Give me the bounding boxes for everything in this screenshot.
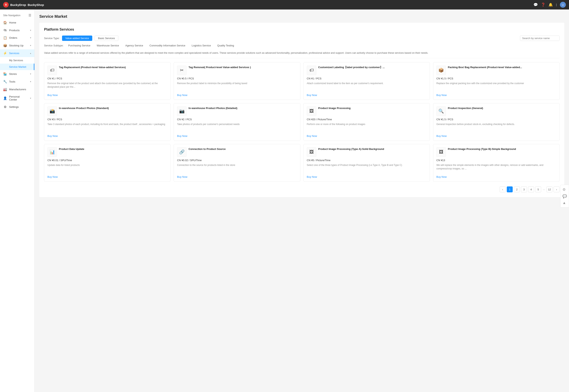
- service-card-tag-removal[interactable]: ✂ Tag Removal( Product-level Value-added…: [174, 62, 300, 100]
- pagination-ellipsis: ···: [542, 188, 545, 191]
- service-card-custom-labeling[interactable]: 🏷 Customized Labeling【label provided by …: [303, 62, 430, 100]
- pagination-page-12[interactable]: 12: [546, 186, 552, 192]
- subtype-logistics[interactable]: Logistics Service: [189, 43, 213, 48]
- subtype-agency[interactable]: Agency Service: [123, 43, 145, 48]
- card-description: Update data for listed products: [47, 163, 167, 173]
- search-input[interactable]: [520, 36, 557, 41]
- subtype-commodity[interactable]: Commodity Information Service: [147, 43, 188, 48]
- sidebar-item-personal-center[interactable]: 👤 Personal Center ▾: [0, 93, 34, 103]
- buy-now-button[interactable]: Buy Now: [47, 135, 58, 138]
- card-price: CN ¥0.01 / SPU/Time: [47, 159, 167, 162]
- site-navigation-label: Site Navigation: [3, 14, 20, 17]
- sidebar-item-tools[interactable]: 🔧 Tools ▾: [0, 78, 34, 85]
- card-header: 🔗 Connection to Product Source: [177, 147, 297, 157]
- sidebar-item-stocking-up[interactable]: 📦 Stocking Up ▾: [0, 42, 34, 49]
- card-description: Select one of the three types of Product…: [307, 163, 427, 173]
- pagination-page-4[interactable]: 4: [528, 186, 534, 192]
- buy-now-button[interactable]: Buy Now: [177, 175, 187, 178]
- sidebar-item-home[interactable]: 🏠 Home: [0, 19, 34, 27]
- search-button[interactable]: 🔍: [557, 36, 559, 41]
- search-box: 🔍: [520, 36, 559, 41]
- buy-now-button[interactable]: Buy Now: [47, 175, 58, 178]
- buy-now-button[interactable]: Buy Now: [47, 94, 58, 97]
- service-card-inwarehouse-detailed[interactable]: 📷 In-warehouse Product Photos (Detailed)…: [174, 103, 300, 141]
- card-icon: 🔍: [436, 106, 446, 116]
- card-price: CN ¥0.02 / SPU/Time: [177, 159, 297, 162]
- service-card-packing-box[interactable]: 📦 Packing Box/ Bag Replacement (Product-…: [433, 62, 559, 100]
- sidebar-item-label: Orders: [9, 36, 17, 39]
- buy-now-button[interactable]: Buy Now: [436, 135, 447, 138]
- sidebar-item-orders[interactable]: 📋 Orders ▾: [0, 34, 34, 42]
- sidebar-item-settings[interactable]: ⚙ Settings: [0, 103, 34, 111]
- notifications-icon[interactable]: 🔔: [548, 2, 553, 7]
- services-grid: 🏷 Tag Replacement (Product-level Value-a…: [44, 62, 559, 182]
- right-sidebar-icon-1[interactable]: ⚙: [562, 186, 568, 192]
- card-header: 🖼 Product Image Processing: [307, 106, 427, 116]
- sidebar: Site Navigation ☰ 🏠 Home 🛍 Products ▾ 📋 …: [0, 10, 35, 392]
- pagination-next[interactable]: ›: [554, 186, 559, 192]
- card-title: Customized Labeling【label provided by cu…: [318, 66, 427, 69]
- service-card-image-processing-type-a[interactable]: 🖼 Product Image Processing (Type A)-Soli…: [303, 144, 430, 182]
- card-icon: 🖼: [307, 106, 316, 116]
- card-header: 🔍 Product Inspection (General): [436, 106, 556, 116]
- pagination-prev[interactable]: ‹: [500, 186, 506, 192]
- sidebar-item-label: Services: [9, 52, 19, 55]
- sidebar-item-products[interactable]: 🛍 Products ▾: [0, 27, 34, 34]
- pagination-page-2[interactable]: 2: [514, 186, 520, 192]
- buy-now-button[interactable]: Buy Now: [177, 94, 187, 97]
- card-icon: 📷: [177, 106, 186, 116]
- service-card-inwarehouse-standard[interactable]: 📸 In-warehouse Product Photos (Standard)…: [44, 103, 171, 141]
- service-type-label: Service Type:: [44, 37, 60, 40]
- card-icon: 🔗: [177, 147, 186, 157]
- logo[interactable]: B BuckyDrop BuckyShop: [3, 2, 44, 8]
- card-header: 📷 In-warehouse Product Photos (Detailed): [177, 106, 297, 116]
- buy-now-button[interactable]: Buy Now: [436, 94, 447, 97]
- service-market-label: Service Market: [9, 65, 26, 68]
- menu-icon[interactable]: ☰: [28, 14, 31, 17]
- subtype-purchasing[interactable]: Purchasing Service: [66, 43, 93, 48]
- buy-now-button[interactable]: Buy Now: [307, 175, 317, 178]
- pagination-page-5[interactable]: 5: [535, 186, 541, 192]
- tab-basic-services[interactable]: Basic Services: [95, 36, 118, 41]
- card-description: Perform one or more of the following on …: [307, 122, 427, 132]
- service-card-product-image-processing[interactable]: 🖼 Product Image Processing CN ¥20 / Pict…: [303, 103, 430, 141]
- buy-now-button[interactable]: Buy Now: [436, 175, 447, 178]
- subtype-warehouse[interactable]: Warehouse Service: [94, 43, 121, 48]
- card-price: CN ¥20 / Picture/Time: [307, 118, 427, 121]
- card-header: 📸 In-warehouse Product Photos (Standard): [47, 106, 167, 116]
- my-services-label: My Services: [9, 59, 23, 62]
- card-header: 📊 Product Data Update: [47, 147, 167, 157]
- right-sidebar-icon-3[interactable]: ▲: [562, 200, 568, 206]
- sidebar-sub-service-market[interactable]: Service Market: [0, 64, 34, 70]
- buy-now-button[interactable]: Buy Now: [177, 135, 187, 138]
- card-price: CN ¥3 / PCS: [47, 118, 167, 121]
- card-title: Product Data Update: [59, 147, 167, 151]
- service-card-image-processing-type-b[interactable]: 🖼 Product Image Processing (Type B)-Simp…: [433, 144, 559, 182]
- stores-icon: 🏪: [3, 72, 7, 76]
- card-description: Attach customized brand label to the ite…: [307, 82, 427, 91]
- avatar[interactable]: U: [560, 2, 566, 8]
- messages-icon[interactable]: 💬: [533, 2, 538, 7]
- card-price: CN ¥1 / PCS: [47, 77, 167, 80]
- sidebar-item-services[interactable]: ⚡ Services ▴: [0, 49, 34, 57]
- tab-value-added-service[interactable]: Value-added Service: [62, 36, 92, 41]
- subtype-quality[interactable]: Quality Testing: [215, 43, 236, 48]
- buy-now-button[interactable]: Buy Now: [307, 135, 317, 138]
- buy-now-button[interactable]: Buy Now: [307, 94, 317, 97]
- service-card-tag-replacement[interactable]: 🏷 Tag Replacement (Product-level Value-a…: [44, 62, 171, 100]
- sidebar-item-stores[interactable]: 🏪 Stores ▾: [0, 70, 34, 78]
- right-sidebar-icon-2[interactable]: 💬: [562, 193, 568, 199]
- service-card-product-data-update[interactable]: 📊 Product Data Update CN ¥0.01 / SPU/Tim…: [44, 144, 171, 182]
- service-card-connection-product-source[interactable]: 🔗 Connection to Product Source CN ¥0.02 …: [174, 144, 300, 182]
- card-icon: 🖼: [307, 147, 316, 157]
- pagination-page-1[interactable]: 1: [507, 186, 513, 192]
- pagination-page-3[interactable]: 3: [521, 186, 527, 192]
- sidebar-sub-my-services[interactable]: My Services: [0, 57, 34, 64]
- topbar: B BuckyDrop BuckyShop 💬 ❓ 🔔 | U: [0, 0, 569, 10]
- service-card-product-inspection[interactable]: 🔍 Product Inspection (General) CN ¥1.5 /…: [433, 103, 559, 141]
- help-icon[interactable]: ❓: [541, 2, 545, 7]
- main-content: Service Market Platform Services Service…: [35, 10, 569, 392]
- card-description: Take photos of products per customer's p…: [177, 122, 297, 132]
- platform-services-container: Platform Services Service Type: Value-ad…: [39, 23, 564, 197]
- sidebar-item-manufacturers[interactable]: 🏭 Manufacturers: [0, 85, 34, 93]
